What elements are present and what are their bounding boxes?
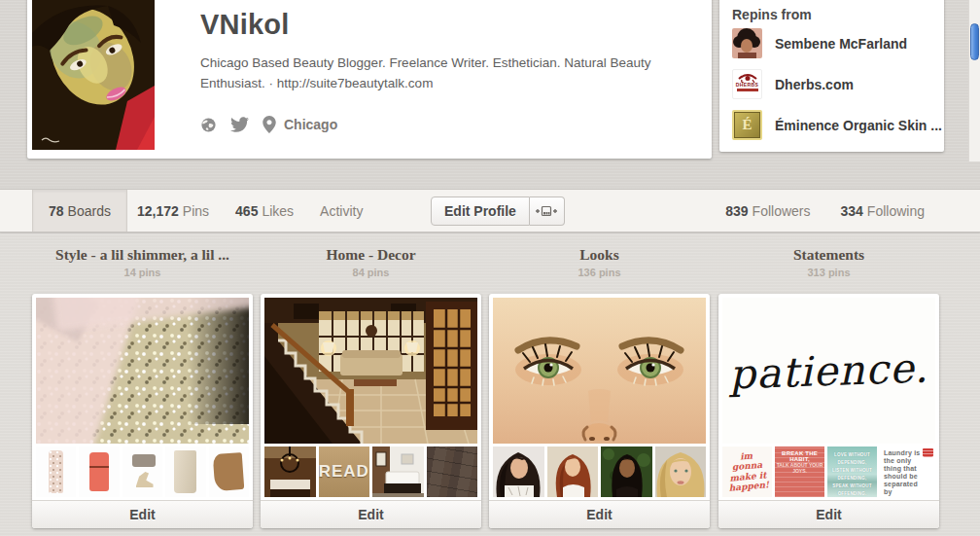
dherbs-logo-text: DHERBS	[733, 83, 761, 88]
board-pin-count: 136 pins	[489, 267, 710, 278]
repins-from-title: Repins from	[732, 7, 812, 22]
tab-activity[interactable]: Activity	[320, 203, 363, 219]
thumbnail-redhead-portrait[interactable]	[547, 447, 599, 497]
activity-label: Activity	[320, 203, 363, 219]
rearrange-boards-icon	[536, 204, 557, 218]
followers-label: Followers	[752, 203, 811, 219]
tab-following[interactable]: 334 Following	[841, 203, 926, 219]
quote-text: Laundry is the only thing that should be…	[884, 449, 923, 496]
thumbnail-coral-dress[interactable]	[79, 447, 119, 497]
following-label: Following	[867, 203, 925, 219]
thumbnail-brunette-portrait[interactable]	[493, 447, 544, 497]
edit-board-button[interactable]: Edit	[489, 500, 710, 528]
thumbnail-tan-top[interactable]	[209, 447, 249, 497]
thumbnail-bedroom[interactable]	[372, 447, 424, 497]
read-letters-text: READ	[319, 462, 369, 482]
tab-likes[interactable]: 465 Likes	[235, 203, 294, 219]
avatar	[732, 28, 762, 58]
thumbnail-chandelier-room[interactable]	[264, 447, 316, 497]
quote-text: LISTEN WITHOUT DEFENDING,	[827, 467, 877, 482]
board-thumbnails: im gonna make it happen! BREAK THE HABIT…	[722, 447, 935, 497]
twitter-icon[interactable]	[230, 117, 249, 132]
board-column-home-decor: Home - Decor 84 pins	[261, 233, 481, 278]
avatar: DHERBS	[732, 69, 762, 99]
profile-card: VNikol Chicago Based Beauty Blogger. Fre…	[27, 0, 712, 159]
repin-user-name[interactable]: Sembene McFarland	[775, 36, 907, 52]
board-pin-count: 84 pins	[261, 267, 481, 278]
likes-label: Likes	[262, 203, 294, 219]
eminence-logo-letter: É	[734, 112, 760, 138]
quote-text: LOVE WITHOUT DEPENDING,	[827, 451, 877, 467]
tab-followers[interactable]: 839 Followers	[725, 203, 810, 219]
globe-icon[interactable]	[200, 117, 217, 133]
rearrange-boards-button[interactable]	[530, 197, 565, 226]
pins-count: 12,172	[137, 203, 179, 219]
board-pin-count: 313 pins	[718, 267, 939, 278]
profile-stats-bar: 78 Boards 12,172 Pins 465 Likes Activity…	[0, 189, 980, 232]
stats-left-group: 12,172 Pins 465 Likes Activity	[137, 190, 363, 232]
board-thumbnails	[493, 447, 706, 497]
board-card-statements[interactable]: patience. im gonna make it happen! BREAK…	[718, 294, 939, 528]
board-cover-image[interactable]	[36, 298, 249, 444]
thumbnail-quote-make-it-happen[interactable]: im gonna make it happen!	[722, 447, 772, 497]
quote-text: SPEAK WITHOUT OFFENDING.	[827, 482, 877, 497]
board-title[interactable]: Looks	[489, 246, 710, 264]
board-title[interactable]: Statements	[718, 246, 939, 264]
quote-text: TALK ABOUT YOUR JOYS.	[775, 462, 824, 474]
profile-avatar	[32, 0, 155, 150]
thumbnail-quote-love-without[interactable]: LOVE WITHOUT DEPENDING, LISTEN WITHOUT D…	[827, 447, 877, 497]
following-count: 334	[841, 203, 863, 219]
followers-count: 839	[725, 203, 748, 219]
edit-board-button[interactable]: Edit	[32, 500, 253, 528]
board-thumbnails	[36, 447, 249, 497]
board-cover-image[interactable]	[493, 298, 706, 444]
thumbnail-darkhair-portrait[interactable]	[601, 447, 652, 497]
edit-board-button[interactable]: Edit	[718, 500, 939, 528]
thumbnail-read-letters[interactable]: READ	[319, 447, 370, 497]
profile-bio: Chicago Based Beauty Blogger. Freelance …	[200, 54, 686, 94]
board-cover-image[interactable]: patience.	[722, 298, 935, 444]
patience-cover-text: patience.	[728, 343, 928, 398]
boards-label: Boards	[68, 203, 111, 219]
scrollbar-track[interactable]	[968, 0, 980, 161]
thumbnail-blonde-portrait[interactable]	[655, 447, 707, 497]
thumbnail-sequin-dress[interactable]	[36, 447, 76, 497]
quote-text: im gonna make it happen!	[724, 449, 770, 493]
thumbnail-quote-laundry-color[interactable]: Laundry is the only thing that should be…	[880, 447, 935, 497]
tab-boards[interactable]: 78 Boards	[32, 190, 127, 232]
color-word: COLOR	[884, 496, 933, 497]
repin-user-row[interactable]: Sembene McFarland	[732, 28, 907, 58]
repin-user-row[interactable]: DHERBS Dherbs.com	[732, 69, 854, 99]
thumbnail-champagne-skirt[interactable]	[165, 447, 205, 497]
board-card-home-decor[interactable]: READ Edit	[261, 294, 481, 528]
laundry-basket-icon	[923, 448, 933, 457]
tab-pins[interactable]: 12,172 Pins	[137, 203, 209, 219]
board-cover-image[interactable]	[264, 298, 477, 444]
repin-user-row[interactable]: É Éminence Organic Skin ...	[732, 110, 942, 140]
board-card-style[interactable]: Edit	[32, 294, 253, 528]
edit-board-button[interactable]: Edit	[261, 500, 481, 528]
profile-links-row: Chicago	[200, 116, 337, 133]
pinterest-profile-page: { "profile": { "name": "VNikol", "bio": …	[0, 0, 980, 536]
repin-user-name[interactable]: Éminence Organic Skin ...	[775, 118, 942, 133]
board-column-looks: Looks 136 pins	[489, 233, 710, 278]
board-title[interactable]: Style - a lil shimmer, a lil ...	[32, 246, 253, 264]
pins-label: Pins	[183, 203, 209, 219]
profile-name: VNikol	[200, 9, 289, 41]
thumbnail-clutch-heel[interactable]	[122, 447, 162, 497]
thumbnail-wood-tile-floor[interactable]	[427, 447, 478, 497]
location-pin-icon[interactable]	[262, 116, 276, 133]
board-pin-count: 14 pins	[32, 267, 253, 278]
edit-profile-group: Edit Profile	[431, 197, 565, 226]
thumbnail-quote-break-the-habit[interactable]: BREAK THE HABIT, TALK ABOUT YOUR JOYS.	[775, 447, 824, 497]
repins-from-card: Repins from Sembene McFarland DHERBS Dhe…	[719, 0, 944, 152]
board-card-looks[interactable]: Edit	[489, 294, 710, 528]
scrollbar-thumb[interactable]	[970, 23, 979, 60]
boards-count: 78	[49, 203, 64, 219]
edit-profile-button[interactable]: Edit Profile	[431, 197, 530, 226]
board-thumbnails: READ	[264, 447, 477, 497]
board-title[interactable]: Home - Decor	[261, 246, 481, 264]
quote-text: BREAK THE HABIT,	[775, 450, 824, 462]
repin-user-name[interactable]: Dherbs.com	[775, 77, 854, 92]
likes-count: 465	[235, 203, 258, 219]
